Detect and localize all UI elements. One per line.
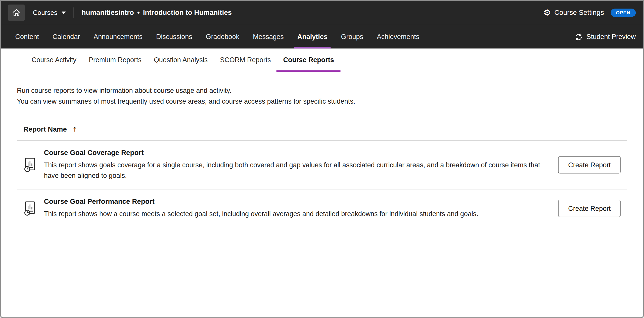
breadcrumb-course-id: humanitiesintro	[81, 9, 134, 17]
report-name-column-header: Report Name	[23, 125, 67, 134]
topbar-right: ⚙ Course Settings OPEN	[543, 8, 636, 17]
course-open-badge[interactable]: OPEN	[611, 9, 636, 17]
report-info: Course Goal Performance Report This repo…	[44, 198, 558, 219]
breadcrumb-separator: •	[137, 9, 140, 17]
tab-label: Analytics	[297, 33, 328, 41]
tab-label: Achievements	[377, 33, 419, 41]
subtab-label: Premium Reports	[89, 56, 142, 63]
table-row-course-goal-performance: Course Goal Performance Report This repo…	[17, 189, 627, 227]
subtab-course-reports[interactable]: Course Reports	[283, 49, 334, 71]
tab-announcements[interactable]: Announcements	[94, 25, 143, 49]
tab-content[interactable]: Content	[15, 25, 39, 49]
topbar-divider	[73, 7, 74, 18]
tab-groups[interactable]: Groups	[341, 25, 363, 49]
breadcrumb-course-name: Introduction to Humanities	[143, 9, 232, 17]
subtab-label: Question Analysis	[154, 56, 208, 63]
breadcrumb: humanitiesintro • Introduction to Humani…	[81, 9, 232, 17]
tab-gradebook[interactable]: Gradebook	[206, 25, 239, 49]
courses-dropdown[interactable]: Courses	[33, 9, 66, 16]
course-nav-tabs: Content Calendar Announcements Discussio…	[15, 25, 419, 49]
home-icon	[12, 8, 21, 17]
subtab-premium-reports[interactable]: Premium Reports	[89, 49, 142, 71]
tab-label: Discussions	[156, 33, 192, 41]
student-preview-icon	[575, 33, 583, 41]
gear-icon: ⚙	[543, 8, 551, 17]
analytics-sub-nav: Course Activity Premium Reports Question…	[1, 49, 643, 71]
subtab-course-activity[interactable]: Course Activity	[32, 49, 76, 71]
course-settings-label: Course Settings	[554, 9, 604, 17]
tab-label: Messages	[253, 33, 284, 41]
tab-label: Calendar	[53, 33, 80, 41]
subtab-label: Course Activity	[32, 56, 76, 63]
tab-messages[interactable]: Messages	[253, 25, 284, 49]
create-report-button[interactable]: Create Report	[558, 200, 621, 217]
create-report-button[interactable]: Create Report	[558, 156, 621, 174]
main-content: Run course reports to view information a…	[1, 71, 643, 227]
courses-label: Courses	[33, 9, 57, 16]
tab-label: Content	[15, 33, 39, 41]
intro-text: Run course reports to view information a…	[17, 85, 627, 106]
subtab-scorm-reports[interactable]: SCORM Reports	[220, 49, 271, 71]
subtab-label: Course Reports	[283, 56, 334, 63]
student-preview-button[interactable]: Student Preview	[575, 25, 636, 49]
subtab-question-analysis[interactable]: Question Analysis	[154, 49, 208, 71]
tab-label: Groups	[341, 33, 363, 41]
subtab-label: SCORM Reports	[220, 56, 271, 63]
course-settings-button[interactable]: ⚙ Course Settings	[543, 8, 604, 17]
app-window: Courses humanitiesintro • Introduction t…	[0, 0, 644, 318]
report-description: This report shows goals coverage for a s…	[44, 160, 548, 181]
report-document-icon	[23, 201, 36, 216]
chevron-down-icon	[61, 12, 65, 14]
report-title: Course Goal Performance Report	[44, 198, 548, 206]
reports-table: Report Name ↑	[17, 125, 627, 227]
tab-achievements[interactable]: Achievements	[377, 25, 419, 49]
top-bar: Courses humanitiesintro • Introduction t…	[1, 1, 643, 25]
intro-line-2: You can view summaries of most frequentl…	[17, 96, 627, 106]
tab-analytics[interactable]: Analytics	[297, 25, 328, 49]
course-nav-bar: Content Calendar Announcements Discussio…	[1, 25, 643, 49]
student-preview-label: Student Preview	[586, 33, 636, 41]
report-title: Course Goal Coverage Report	[44, 149, 548, 157]
tab-label: Gradebook	[206, 33, 239, 41]
intro-line-1: Run course reports to view information a…	[17, 85, 627, 96]
report-description: This report shows how a course meets a s…	[44, 208, 548, 219]
tab-label: Announcements	[94, 33, 143, 41]
sort-ascending-icon[interactable]: ↑	[72, 126, 77, 133]
reports-table-header: Report Name ↑	[23, 125, 627, 134]
tab-calendar[interactable]: Calendar	[53, 25, 80, 49]
tab-discussions[interactable]: Discussions	[156, 25, 192, 49]
report-document-icon	[23, 157, 36, 172]
home-button[interactable]	[8, 5, 25, 21]
table-row-course-goal-coverage: Course Goal Coverage Report This report …	[17, 141, 627, 189]
report-info: Course Goal Coverage Report This report …	[44, 149, 558, 181]
